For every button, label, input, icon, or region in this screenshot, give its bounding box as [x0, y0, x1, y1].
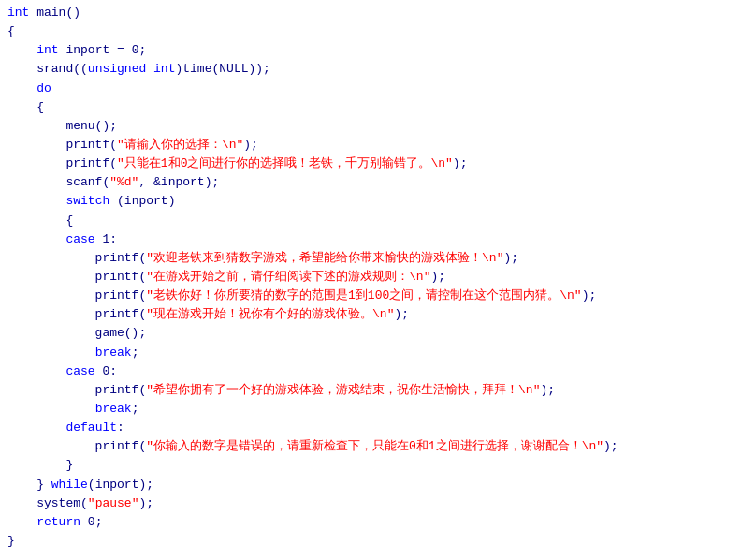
code-token: printf(: [7, 383, 146, 397]
code-token: printf(: [7, 307, 146, 321]
code-token: break: [95, 346, 132, 360]
code-line: printf("希望你拥有了一个好的游戏体验，游戏结束，祝你生活愉快，拜拜！\n…: [7, 381, 749, 400]
code-line: srand((unsigned int)time(NULL));: [7, 60, 749, 79]
code-line: {: [7, 22, 749, 41]
code-token: (inport);: [88, 478, 153, 492]
code-token: );: [582, 288, 597, 302]
code-token: );: [503, 251, 518, 265]
code-token: [7, 402, 95, 416]
code-line: switch (inport): [7, 192, 749, 211]
code-token: unsigned: [88, 62, 146, 76]
code-token: );: [138, 496, 153, 510]
code-line: case 0:: [7, 362, 749, 381]
code-token: int: [36, 43, 58, 57]
code-line: }: [7, 456, 749, 475]
code-token: )time(NULL));: [175, 62, 269, 76]
code-editor: int main(){ int inport = 0; srand((unsig…: [0, 0, 756, 554]
code-token: "请输入你的选择：\n": [117, 138, 243, 152]
code-token: case: [65, 364, 94, 378]
code-token: 1:: [95, 232, 117, 246]
code-line: printf("老铁你好！你所要猜的数字的范围是1到100之间，请控制在这个范围…: [7, 287, 749, 305]
code-token: ;: [132, 346, 139, 360]
code-token: main(): [29, 6, 80, 20]
code-line: menu();: [7, 117, 749, 136]
code-token: [146, 62, 153, 76]
code-token: "现在游戏开始！祝你有个好的游戏体验。\n": [146, 307, 394, 321]
code-line: scanf("%d", &inport);: [7, 173, 749, 192]
code-token: );: [540, 383, 555, 397]
code-token: int: [153, 62, 175, 76]
code-line: game();: [7, 324, 749, 343]
code-token: "欢迎老铁来到猜数字游戏，希望能给你带来愉快的游戏体验！\n": [146, 251, 503, 265]
code-line: break;: [7, 400, 749, 419]
code-token: int: [7, 6, 29, 20]
code-token: }: [7, 478, 51, 492]
code-token: "在游戏开始之前，请仔细阅读下述的游戏规则：\n": [146, 270, 430, 284]
code-token: [7, 43, 36, 57]
code-token: [7, 81, 36, 96]
code-token: }: [7, 534, 15, 548]
code-token: default: [65, 420, 117, 434]
code-token: (inport): [109, 194, 175, 208]
code-token: while: [51, 478, 88, 492]
code-line: }: [7, 532, 749, 551]
code-token: :: [117, 420, 124, 434]
code-token: printf(: [7, 138, 117, 152]
code-token: "你输入的数字是错误的，请重新检查下，只能在0和1之间进行选择，谢谢配合！\n": [146, 439, 603, 453]
code-token: printf(: [7, 288, 146, 302]
code-token: case: [65, 232, 94, 246]
code-line: return 0;: [7, 513, 749, 532]
code-token: "pause": [88, 496, 139, 510]
code-line: printf("在游戏开始之前，请仔细阅读下述的游戏规则：\n");: [7, 268, 749, 287]
code-token: switch: [65, 194, 109, 208]
code-token: );: [453, 156, 468, 170]
code-line: printf("欢迎老铁来到猜数字游戏，希望能给你带来愉快的游戏体验！\n");: [7, 249, 749, 268]
code-line: case 1:: [7, 230, 749, 249]
code-token: [7, 232, 65, 246]
code-line: default:: [7, 419, 749, 437]
code-line: printf("你输入的数字是错误的，请重新检查下，只能在0和1之间进行选择，谢…: [7, 437, 749, 456]
code-token: }: [7, 458, 73, 472]
code-token: [7, 364, 65, 378]
code-token: srand((: [7, 62, 88, 76]
code-token: );: [394, 307, 409, 321]
code-token: "只能在1和0之间进行你的选择哦！老铁，千万别输错了。\n": [117, 156, 453, 170]
code-token: {: [7, 24, 15, 38]
code-token: [7, 346, 95, 360]
code-token: break: [95, 402, 132, 416]
code-token: "%d": [109, 175, 138, 189]
code-line: break;: [7, 344, 749, 362]
code-token: inport = 0;: [59, 43, 147, 57]
code-line: int main(): [7, 4, 749, 22]
code-token: );: [603, 439, 618, 453]
code-line: printf("现在游戏开始！祝你有个好的游戏体验。\n");: [7, 305, 749, 324]
code-token: 0:: [95, 364, 117, 378]
code-token: 0;: [80, 515, 102, 529]
code-token: [7, 420, 65, 434]
code-token: printf(: [7, 439, 146, 453]
code-line: printf("只能在1和0之间进行你的选择哦！老铁，千万别输错了。\n");: [7, 154, 749, 173]
code-token: scanf(: [7, 175, 109, 189]
code-token: printf(: [7, 156, 117, 170]
code-line: } while(inport);: [7, 476, 749, 494]
code-line: int inport = 0;: [7, 41, 749, 60]
code-token: [7, 194, 65, 208]
code-token: {: [7, 213, 73, 228]
code-token: [7, 515, 36, 529]
code-token: "希望你拥有了一个好的游戏体验，游戏结束，祝你生活愉快，拜拜！\n": [146, 383, 540, 397]
code-token: printf(: [7, 251, 146, 265]
code-line: {: [7, 212, 749, 230]
code-token: game();: [7, 326, 146, 340]
code-token: menu();: [7, 119, 117, 133]
code-token: "老铁你好！你所要猜的数字的范围是1到100之间，请控制在这个范围内猜。\n": [146, 288, 581, 302]
code-token: {: [7, 100, 44, 114]
code-line: do: [7, 80, 749, 98]
code-token: system(: [7, 496, 88, 510]
code-token: printf(: [7, 270, 146, 284]
code-line: {: [7, 98, 749, 117]
code-token: do: [36, 81, 51, 96]
code-token: return: [36, 515, 80, 529]
code-token: ;: [132, 402, 139, 416]
code-line: printf("请输入你的选择：\n");: [7, 136, 749, 154]
code-token: , &inport);: [138, 175, 219, 189]
